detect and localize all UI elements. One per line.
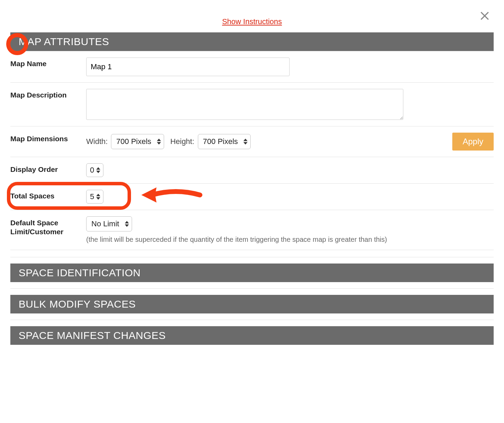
spinner-icon [96,194,100,200]
row-total-spaces: Total Spaces 5 [10,183,494,210]
height-select[interactable]: 700 Pixels [198,134,251,149]
label-map-description: Map Description [10,89,86,99]
label-display-order: Display Order [10,163,86,174]
spinner-icon [243,139,248,145]
total-spaces-select[interactable]: 5 [86,190,103,204]
spinner-icon [125,221,129,227]
label-default-space-limit: Default Space Limit/Customer [10,216,86,237]
section-space-identification: SPACE IDENTIFICATION [10,257,494,282]
display-order-select[interactable]: 0 [86,163,103,177]
row-default-space-limit: Default Space Limit/Customer No Limit (t… [10,210,494,250]
section-map-attributes: MAP ATTRIBUTES Map Name Map Description … [10,32,494,250]
row-display-order: Display Order 0 [10,157,494,183]
default-space-limit-select[interactable]: No Limit [86,216,132,231]
section-header-space-identification[interactable]: SPACE IDENTIFICATION [10,264,494,282]
apply-button[interactable]: Apply [452,133,494,151]
show-instructions-link[interactable]: Show Instructions [222,17,282,26]
label-map-name: Map Name [10,58,86,68]
label-height: Height: [170,137,194,146]
width-select-value: 700 Pixels [116,137,151,146]
row-map-description: Map Description [10,82,494,126]
section-manifest-changes: SPACE MANIFEST CHANGES [10,320,494,345]
label-total-spaces: Total Spaces [10,190,86,200]
close-icon[interactable] [479,10,490,21]
label-map-dimensions: Map Dimensions [10,133,86,143]
label-width: Width: [86,137,108,146]
section-header-bulk-modify[interactable]: BULK MODIFY SPACES [10,295,494,313]
row-map-name: Map Name [10,51,494,82]
height-select-value: 700 Pixels [203,137,238,146]
default-space-limit-value: No Limit [91,219,119,228]
map-name-input[interactable] [86,58,290,76]
row-map-dimensions: Map Dimensions Width: 700 Pixels Height:… [10,126,494,157]
map-description-input[interactable] [86,89,403,120]
spinner-icon [157,139,161,145]
section-header-map-attributes[interactable]: MAP ATTRIBUTES [10,32,494,51]
section-header-manifest-changes[interactable]: SPACE MANIFEST CHANGES [10,326,494,345]
top-link-row: Show Instructions [10,17,494,26]
spinner-icon [96,167,100,173]
total-spaces-value: 5 [90,192,94,201]
section-bulk-modify: BULK MODIFY SPACES [10,288,494,313]
default-limit-hint: (the limit will be superceded if the qua… [86,236,387,244]
display-order-value: 0 [90,166,94,175]
width-select[interactable]: 700 Pixels [111,134,164,149]
